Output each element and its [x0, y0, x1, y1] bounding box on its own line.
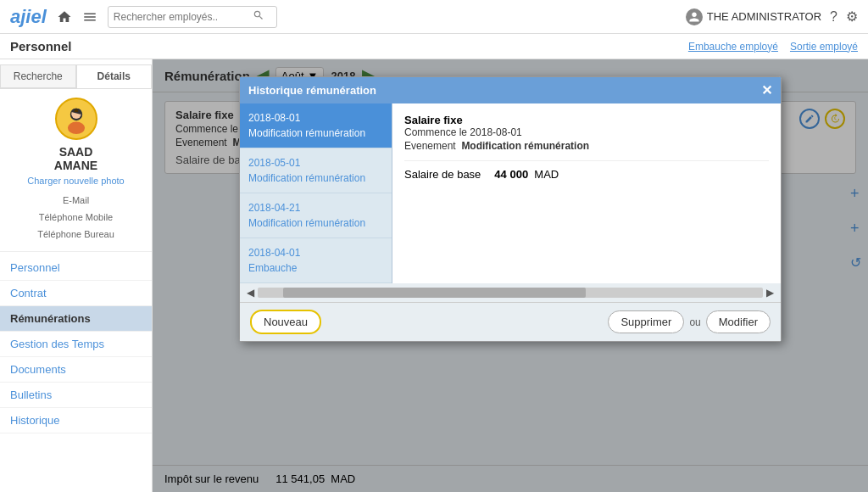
phone-bureau-label: Téléphone Bureau [8, 226, 143, 243]
employee-info: E-Mail Téléphone Mobile Téléphone Bureau [8, 193, 143, 243]
search-box [108, 6, 277, 28]
admin-avatar-icon [686, 8, 703, 25]
scroll-thumb [283, 288, 587, 298]
help-icon[interactable]: ? [830, 9, 837, 25]
modal-title: Historique rémunération [248, 84, 376, 97]
nav-icons [55, 8, 99, 26]
scroll-left-icon[interactable]: ◀ [247, 287, 254, 299]
modal-scrollbar-area: ◀ ▶ [240, 283, 781, 302]
svg-point-1 [67, 122, 84, 134]
panel-base-row: Salaire de base 44 000 MAD [404, 160, 769, 181]
modal-footer: Nouveau Supprimer ou Modifier [240, 302, 781, 341]
modal-overlay: Historique rémunération ✕ 2018-08-01 Mod… [153, 59, 868, 492]
sidebar-menu: Personnel Contrat Rémunérations Gestion … [0, 255, 152, 433]
tab-recherche[interactable]: Recherche [0, 64, 76, 88]
history-list-item[interactable]: 2018-05-01 Modification rémunération [240, 148, 392, 193]
modal-body: 2018-08-01 Modification rémunération 201… [240, 103, 781, 283]
sidebar-item-contrat[interactable]: Contrat [0, 281, 152, 306]
settings-icon[interactable]: ⚙ [846, 8, 858, 25]
history-list-item[interactable]: 2018-04-21 Modification rémunération [240, 193, 392, 238]
home-icon[interactable] [55, 8, 74, 26]
main-layout: Recherche Détails SAAD AMANE Charger nou… [0, 59, 868, 492]
panel-info: Salaire fixe Commence le 2018-08-01 Even… [404, 114, 589, 152]
search-input[interactable] [114, 11, 249, 23]
embauche-link[interactable]: Embauche employé [688, 41, 778, 53]
navbar: ajiel THE ADMINISTRATOR ? ⚙ [0, 0, 868, 34]
sidebar-item-bulletins[interactable]: Bulletins [0, 383, 152, 408]
employee-name-line2: AMANE [8, 159, 143, 172]
sidebar-item-personnel[interactable]: Personnel [0, 255, 152, 281]
panel-event: Evenement Modification rémunération [404, 140, 589, 152]
avatar [55, 98, 97, 140]
modal-header: Historique rémunération ✕ [240, 77, 781, 103]
history-detail-panel: Salaire fixe Commence le 2018-08-01 Even… [392, 103, 781, 283]
content-area: Rémunération ◀ Août ▼ 2018 ▶ Salaire fix… [153, 59, 868, 492]
scroll-track[interactable] [258, 288, 763, 298]
supprimer-button[interactable]: Supprimer [608, 310, 684, 333]
brand-logo: ajiel [10, 6, 47, 28]
sidebar-item-historique[interactable]: Historique [0, 408, 152, 433]
scroll-right-icon[interactable]: ▶ [766, 287, 774, 299]
subheader: Personnel Embauche employé Sortie employ… [0, 34, 868, 59]
modal-close-icon[interactable]: ✕ [761, 82, 772, 98]
subheader-links: Embauche employé Sortie employé [688, 41, 858, 53]
nouveau-button[interactable]: Nouveau [250, 310, 321, 334]
change-photo-link[interactable]: Charger nouvelle photo [8, 176, 143, 186]
admin-label: THE ADMINISTRATOR [707, 10, 821, 23]
history-list: 2018-08-01 Modification rémunération 201… [240, 103, 392, 283]
sidebar: Recherche Détails SAAD AMANE Charger nou… [0, 59, 153, 492]
sidebar-item-gestion-temps[interactable]: Gestion des Temps [0, 332, 152, 357]
sidebar-tabs: Recherche Détails [0, 64, 152, 89]
history-list-item[interactable]: 2018-08-01 Modification rémunération [240, 103, 392, 148]
modifier-button[interactable]: Modifier [706, 310, 771, 333]
email-label: E-Mail [8, 193, 143, 210]
sidebar-item-documents[interactable]: Documents [0, 357, 152, 383]
phone-mobile-label: Téléphone Mobile [8, 210, 143, 226]
panel-base-label: Salaire de base [404, 168, 481, 181]
panel-date: Commence le 2018-08-01 [404, 126, 589, 138]
historique-modal: Historique rémunération ✕ 2018-08-01 Mod… [239, 76, 782, 342]
search-icon[interactable] [253, 9, 264, 24]
footer-actions: Supprimer ou Modifier [608, 310, 771, 333]
menu-icon[interactable] [81, 8, 99, 26]
employee-card: SAAD AMANE Charger nouvelle photo E-Mail… [0, 89, 152, 252]
navbar-right: THE ADMINISTRATOR ? ⚙ [686, 8, 858, 25]
admin-user: THE ADMINISTRATOR [686, 8, 821, 25]
page-title: Personnel [10, 39, 72, 53]
ou-label: ou [689, 316, 700, 328]
tab-details[interactable]: Détails [76, 64, 153, 88]
sidebar-item-remunerations[interactable]: Rémunérations [0, 306, 152, 332]
sortie-link[interactable]: Sortie employé [790, 41, 858, 53]
employee-name-line1: SAAD [8, 145, 143, 159]
panel-salary-label: Salaire fixe [404, 114, 463, 126]
history-list-item[interactable]: 2018-04-01 Embauche [240, 238, 392, 283]
panel-base-value: 44 000 MAD [494, 168, 559, 181]
